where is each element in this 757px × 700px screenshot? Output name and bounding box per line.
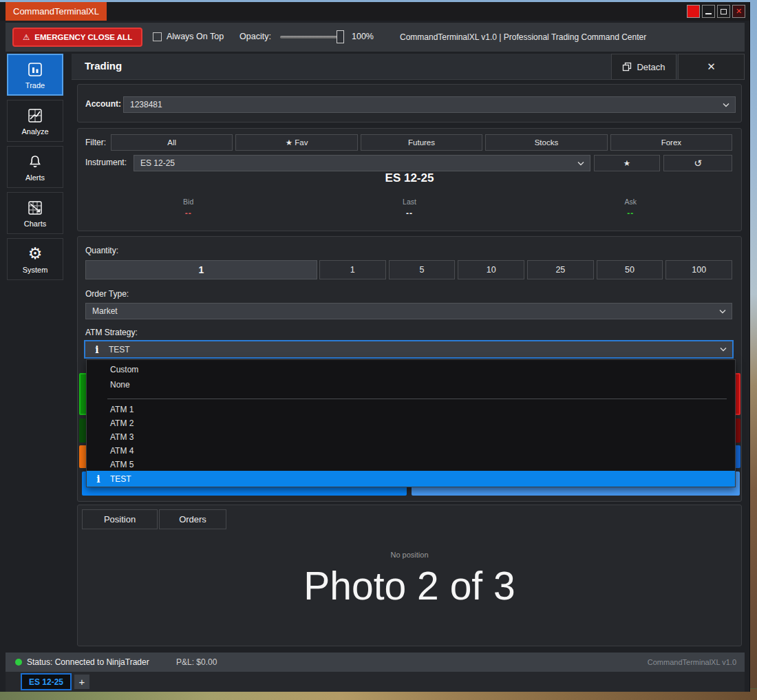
- detach-button[interactable]: Detach: [611, 54, 676, 80]
- sidebar-item-analyze[interactable]: Analyze: [7, 100, 63, 142]
- emergency-close-all-button[interactable]: ⚠ EMERGENCY CLOSE ALL: [12, 28, 142, 47]
- window-controls: ✕: [687, 5, 745, 18]
- panel-close-button[interactable]: ✕: [678, 54, 745, 80]
- qty-preset-1[interactable]: 1: [319, 260, 386, 279]
- toolbar: ⚠ EMERGENCY CLOSE ALL Always On Top Opac…: [6, 23, 745, 52]
- sidebar-item-label: System: [23, 266, 48, 274]
- sidebar-item-system[interactable]: ⚙ System: [7, 238, 63, 280]
- instrument-select[interactable]: ES 12-25: [134, 155, 590, 171]
- close-icon: ✕: [736, 7, 742, 16]
- order-type-value: Market: [92, 306, 118, 316]
- sidebar-item-trade[interactable]: Trade: [7, 54, 63, 96]
- ask-label: Ask: [520, 198, 741, 206]
- page-title: Trading: [85, 60, 122, 72]
- qty-preset-5[interactable]: 5: [389, 260, 456, 279]
- pnl-text: P&L: $0.00: [176, 657, 217, 667]
- ask-value: --: [520, 209, 741, 218]
- sidebar-item-label: Analyze: [21, 127, 48, 136]
- filter-forex-button[interactable]: Forex: [610, 134, 732, 151]
- minimize-icon: [705, 13, 712, 14]
- charts-icon: [26, 199, 44, 217]
- window-title: CommandTerminalXL: [6, 2, 107, 21]
- emergency-label: EMERGENCY CLOSE ALL: [34, 33, 132, 41]
- info-icon: i: [85, 344, 109, 355]
- connection-status-icon: [15, 659, 22, 666]
- quantity-label: Quantity:: [85, 246, 118, 255]
- always-on-top-label: Always On Top: [167, 32, 224, 41]
- gear-icon: ⚙: [26, 245, 44, 263]
- instrument-tab-active[interactable]: ES 12-25: [21, 673, 72, 690]
- always-on-top-checkbox[interactable]: [153, 32, 162, 41]
- chevron-down-icon: [577, 161, 584, 166]
- instrument-panel: Filter: All ★ Fav Futures Stocks Forex I…: [77, 128, 742, 231]
- qty-preset-10[interactable]: 10: [458, 260, 524, 279]
- selected-option-label: TEST: [110, 474, 131, 484]
- refresh-icon: ↺: [694, 158, 702, 169]
- atm-strategy-select[interactable]: i TEST: [84, 340, 734, 359]
- sidebar-item-charts[interactable]: Charts: [7, 192, 63, 234]
- status-bar: Status: Connected to NinjaTrader P&L: $0…: [6, 653, 745, 672]
- dropdown-option-none[interactable]: None: [87, 378, 735, 392]
- trade-icon: [26, 61, 44, 78]
- no-position-text: No position: [78, 551, 741, 559]
- opacity-value: 100%: [352, 32, 374, 41]
- add-tab-button[interactable]: +: [74, 675, 89, 689]
- symbol-title: ES 12-25: [78, 171, 741, 185]
- filter-stocks-button[interactable]: Stocks: [485, 134, 607, 151]
- account-label: Account:: [85, 99, 121, 109]
- favorite-star-button[interactable]: ★: [594, 155, 660, 171]
- qty-preset-100[interactable]: 100: [665, 260, 732, 279]
- dropdown-option-atm5[interactable]: ATM 5: [87, 458, 735, 471]
- titlebar: CommandTerminalXL ✕: [0, 2, 749, 21]
- chevron-down-icon: [723, 103, 729, 107]
- bid-value: --: [78, 209, 299, 218]
- desktop-background: CommandTerminalXL ✕ ⚠ EMERGENCY CLOSE AL…: [0, 0, 757, 700]
- instrument-tab-bar: ES 12-25 +: [6, 672, 745, 692]
- star-icon: ★: [623, 158, 630, 168]
- warning-icon: ⚠: [23, 32, 30, 42]
- account-select[interactable]: 1238481: [123, 96, 736, 113]
- last-column: Last --: [299, 198, 520, 218]
- filter-futures-button[interactable]: Futures: [361, 134, 482, 151]
- account-panel: Account: 1238481: [77, 84, 742, 123]
- chevron-down-icon: [719, 309, 726, 314]
- refresh-button[interactable]: ↺: [663, 155, 732, 171]
- watermark-text: Photo 2 of 3: [78, 563, 741, 608]
- opacity-slider[interactable]: [280, 36, 343, 39]
- account-value: 1238481: [130, 100, 162, 109]
- positions-panel: Position Orders No position Photo 2 of 3: [77, 505, 742, 646]
- dropdown-option-atm4[interactable]: ATM 4: [87, 444, 735, 458]
- maximize-icon: [721, 9, 727, 14]
- tab-position[interactable]: Position: [82, 509, 158, 529]
- qty-preset-25[interactable]: 25: [527, 260, 594, 279]
- opacity-slider-thumb[interactable]: [337, 30, 344, 43]
- filter-all-button[interactable]: All: [111, 134, 233, 151]
- qty-preset-50[interactable]: 50: [597, 260, 663, 279]
- atm-selected-value: TEST: [109, 345, 130, 354]
- sidebar-item-alerts[interactable]: Alerts: [7, 146, 63, 188]
- tab-orders[interactable]: Orders: [159, 509, 226, 529]
- minimize-button[interactable]: [702, 5, 715, 18]
- bid-label: Bid: [78, 198, 299, 206]
- titlebar-red-button[interactable]: [687, 5, 700, 18]
- maximize-button[interactable]: [717, 5, 730, 18]
- order-type-select[interactable]: Market: [85, 303, 732, 319]
- filter-fav-button[interactable]: ★ Fav: [235, 134, 357, 151]
- order-type-label: Order Type:: [85, 289, 129, 299]
- quantity-presets: 1 5 10 25 50 100: [319, 260, 732, 279]
- sidebar-item-label: Alerts: [25, 173, 45, 182]
- close-button[interactable]: ✕: [732, 5, 745, 18]
- detach-icon: [622, 62, 632, 72]
- dropdown-option-atm3[interactable]: ATM 3: [87, 430, 735, 444]
- dropdown-option-custom[interactable]: Custom: [87, 363, 735, 377]
- app-title: CommandTerminalXL v1.0 | Professional Tr…: [400, 32, 646, 42]
- order-controls-panel: Quantity: 1 1 5 10 25 50 100 Order Type:…: [77, 236, 742, 502]
- dropdown-option-atm2[interactable]: ATM 2: [87, 416, 735, 430]
- sidebar-item-label: Charts: [24, 220, 46, 228]
- instrument-label: Instrument:: [85, 158, 127, 167]
- ask-column: Ask --: [520, 198, 741, 218]
- atm-dropdown-list: Custom None ATM 1 ATM 2 ATM 3 ATM 4 ATM …: [86, 359, 736, 487]
- dropdown-option-test-selected[interactable]: i TEST: [87, 471, 735, 487]
- quantity-input[interactable]: 1: [85, 260, 317, 279]
- dropdown-option-atm1[interactable]: ATM 1: [87, 403, 735, 416]
